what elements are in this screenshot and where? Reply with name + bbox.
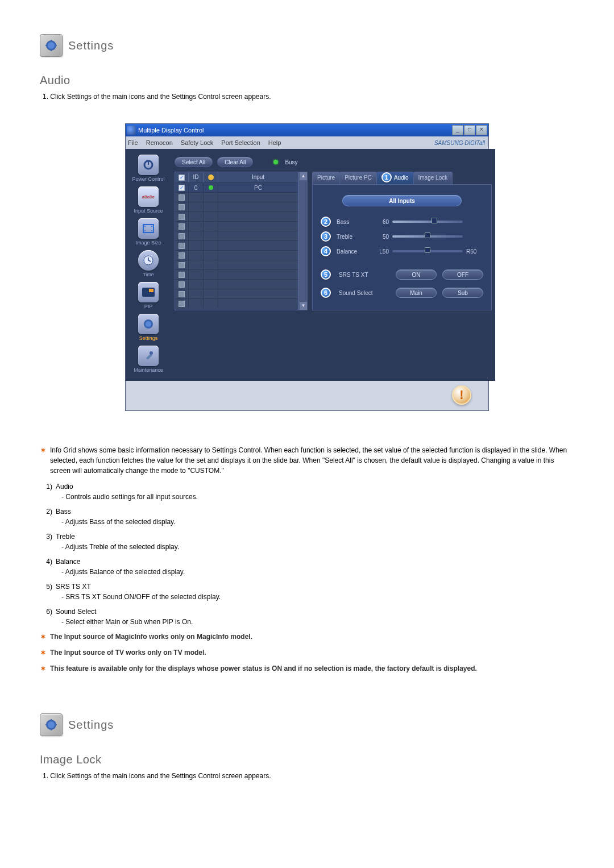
sidebar: Power Control aBcDe Input Source Image S… bbox=[126, 149, 171, 381]
scroll-up-icon[interactable]: ▲ bbox=[300, 172, 307, 180]
row-checkbox bbox=[179, 214, 185, 220]
sidebar-item-label: PIP bbox=[126, 304, 171, 309]
info-grid: ID Input 0 PC bbox=[175, 172, 298, 310]
sidebar-item-power-control[interactable]: Power Control bbox=[126, 155, 171, 184]
bass-slider[interactable] bbox=[392, 221, 463, 223]
callout-2-icon: 2 bbox=[321, 217, 331, 227]
svg-point-15 bbox=[208, 175, 214, 180]
note-text: This feature is available only for the d… bbox=[50, 663, 477, 674]
time-icon bbox=[138, 250, 159, 271]
row-checkbox bbox=[179, 281, 185, 288]
table-row[interactable]: 0 PC bbox=[175, 182, 298, 192]
svg-rect-7 bbox=[148, 160, 149, 165]
maximize-button[interactable]: □ bbox=[464, 125, 475, 135]
notes-section: ✶ Info Grid shows some basic information… bbox=[40, 445, 574, 674]
sidebar-item-maintenance[interactable]: Maintenance bbox=[126, 346, 171, 375]
row-checkbox bbox=[179, 291, 185, 297]
tab-label: Image Lock bbox=[418, 175, 448, 181]
srs-on-button[interactable]: ON bbox=[396, 269, 437, 280]
treble-value: 50 bbox=[374, 234, 389, 240]
section-header-settings-1: Settings bbox=[40, 34, 574, 57]
header-input: Input bbox=[218, 172, 298, 182]
scroll-down-icon[interactable]: ▼ bbox=[300, 302, 307, 310]
note-title: Audio bbox=[56, 481, 73, 492]
row-checkbox bbox=[179, 243, 185, 249]
step-text-2: 1. Click Settings of the main icons and … bbox=[43, 772, 574, 780]
sound-main-button[interactable]: Main bbox=[396, 288, 437, 298]
pip-icon bbox=[138, 282, 159, 302]
sidebar-item-image-size[interactable]: Image Size bbox=[126, 218, 171, 248]
sidebar-item-label: Power Control bbox=[126, 176, 171, 182]
all-inputs-button[interactable]: All Inputs bbox=[342, 195, 462, 206]
table-row bbox=[175, 250, 298, 260]
menu-port-selection[interactable]: Port Selection bbox=[221, 139, 260, 146]
bass-value: 60 bbox=[374, 219, 389, 225]
maintenance-icon bbox=[138, 346, 159, 366]
warning-icon: ! bbox=[452, 385, 471, 405]
table-row bbox=[175, 221, 298, 231]
menu-file[interactable]: File bbox=[128, 139, 138, 146]
note-item-2: 2)Bass - Adjusts Bass of the selected di… bbox=[40, 506, 574, 527]
note-text: The Input source of MagicInfo works only… bbox=[50, 632, 252, 642]
svg-point-13 bbox=[146, 321, 151, 327]
tab-label: Picture bbox=[317, 175, 335, 181]
callout-6-icon: 6 bbox=[321, 288, 331, 298]
busy-indicator-icon bbox=[273, 160, 278, 164]
svg-rect-4 bbox=[45, 45, 48, 46]
window-title: Multiple Display Control bbox=[138, 127, 452, 134]
row-checkbox bbox=[179, 262, 185, 268]
sidebar-item-pip[interactable]: PIP bbox=[126, 282, 171, 312]
grid-scrollbar[interactable]: ▲ ▼ bbox=[298, 172, 308, 310]
table-row bbox=[175, 269, 298, 279]
bass-label: Bass bbox=[337, 219, 371, 225]
tab-audio[interactable]: 1Audio bbox=[376, 172, 414, 184]
balance-slider[interactable] bbox=[392, 250, 463, 252]
row-checkbox bbox=[179, 301, 185, 307]
row-input: PC bbox=[218, 183, 298, 192]
settings-sidebar-icon bbox=[138, 314, 159, 334]
tab-image-lock[interactable]: Image Lock bbox=[413, 172, 453, 184]
note-item-4: 4)Balance - Adjusts Balance of the selec… bbox=[40, 556, 574, 577]
srs-off-button[interactable]: OFF bbox=[442, 269, 483, 280]
treble-slider[interactable] bbox=[392, 235, 463, 238]
controls-panel: Picture Picture PC 1Audio Image Lock All… bbox=[312, 172, 492, 310]
menu-remocon[interactable]: Remocon bbox=[146, 139, 173, 146]
sidebar-item-time[interactable]: Time bbox=[126, 250, 171, 280]
note-title: Treble bbox=[56, 531, 75, 542]
tab-picture-pc[interactable]: Picture PC bbox=[339, 172, 377, 184]
clear-all-button[interactable]: Clear All bbox=[217, 157, 253, 167]
minimize-button[interactable]: _ bbox=[452, 125, 463, 135]
settings-icon bbox=[40, 713, 63, 736]
note-text: The Input source of TV works only on TV … bbox=[50, 647, 206, 658]
titlebar: Multiple Display Control _ □ × bbox=[126, 124, 488, 136]
app-icon bbox=[127, 126, 136, 135]
note-item-6: 6)Sound Select - Select either Main or S… bbox=[40, 607, 574, 627]
note-number: 2) bbox=[40, 506, 52, 517]
sound-sub-button[interactable]: Sub bbox=[442, 288, 483, 298]
table-row bbox=[175, 240, 298, 250]
srs-label: SRS TS XT bbox=[339, 272, 390, 278]
row-checkbox[interactable] bbox=[179, 185, 185, 191]
tab-label: Picture PC bbox=[345, 175, 372, 181]
table-row bbox=[175, 231, 298, 240]
sidebar-item-settings[interactable]: Settings bbox=[126, 314, 171, 343]
callout-1-icon: 1 bbox=[381, 172, 392, 182]
sidebar-item-input-source[interactable]: aBcDe Input Source bbox=[126, 186, 171, 216]
table-row bbox=[175, 192, 298, 202]
svg-rect-5 bbox=[55, 45, 57, 46]
settings-icon bbox=[40, 34, 63, 57]
menu-safety-lock[interactable]: Safety Lock bbox=[181, 139, 213, 146]
note-number: 4) bbox=[40, 556, 52, 567]
table-row bbox=[175, 289, 298, 298]
note-text: Info Grid shows some basic information n… bbox=[50, 445, 574, 476]
note-item-1: 1)Audio - Controls audio settings for al… bbox=[40, 481, 574, 502]
header-checkbox[interactable] bbox=[179, 175, 185, 181]
select-all-button[interactable]: Select All bbox=[175, 157, 213, 167]
menu-help[interactable]: Help bbox=[268, 139, 281, 146]
close-button[interactable]: × bbox=[476, 125, 487, 135]
image-size-icon bbox=[138, 218, 159, 239]
tab-picture[interactable]: Picture bbox=[312, 172, 340, 184]
balance-right-value: R50 bbox=[466, 248, 483, 255]
input-source-icon: aBcDe bbox=[138, 186, 159, 207]
window-buttons: _ □ × bbox=[452, 125, 487, 135]
